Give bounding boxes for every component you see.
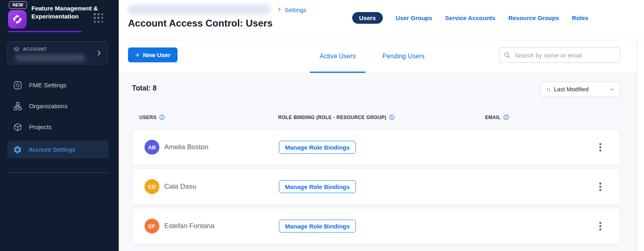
new-user-button[interactable]: + New User xyxy=(128,47,178,62)
account-selector[interactable]: ACCOUNT xyxy=(7,41,108,64)
sidebar-item-projects[interactable]: Projects xyxy=(7,118,109,136)
table-row: EF Estefan Fontana Manage Role Bindings xyxy=(132,208,620,244)
split-logo-icon[interactable] xyxy=(8,10,27,29)
kebab-menu-icon[interactable] xyxy=(596,141,605,154)
access-control-nav: Users User Groups Service Accounts Resou… xyxy=(352,12,588,24)
avatar: CD xyxy=(144,179,159,194)
plus-icon: + xyxy=(135,51,140,59)
sidebar-divider xyxy=(7,173,109,173)
avatar-initials: EF xyxy=(149,223,155,229)
sidebar-item-account-settings[interactable]: Account Settings xyxy=(7,141,109,158)
new-badge: NEW xyxy=(9,1,27,9)
total-count: Total: 8 xyxy=(132,84,157,93)
account-label: ACCOUNT xyxy=(23,47,47,51)
manage-role-bindings-button[interactable]: Manage Role Bindings xyxy=(279,141,356,154)
page-header: Settings Account Access Control: Users U… xyxy=(119,0,644,40)
column-header-email: EMAIL xyxy=(485,114,509,120)
avatar: AB xyxy=(144,140,159,155)
sidebar-item-organizations[interactable]: Organizations xyxy=(7,97,109,115)
table-row: CD Cala Dasu Manage Role Bindings xyxy=(132,169,620,205)
sort-dropdown[interactable]: ↑↓ Last Modified xyxy=(541,82,620,97)
info-icon[interactable] xyxy=(503,114,509,120)
tab-resource-groups[interactable]: Resource Groups xyxy=(508,14,559,21)
redacted-breadcrumb xyxy=(128,4,270,15)
search-icon xyxy=(504,51,511,59)
tab-service-accounts[interactable]: Service Accounts xyxy=(445,14,495,21)
sidebar-item-label: Projects xyxy=(29,123,52,131)
info-icon[interactable] xyxy=(159,114,165,120)
manage-role-bindings-button[interactable]: Manage Role Bindings xyxy=(279,180,356,193)
column-header-users: USERS xyxy=(139,114,165,120)
scroll-gutter[interactable] xyxy=(637,41,644,251)
redacted-account-name xyxy=(15,55,85,61)
kebab-menu-icon[interactable] xyxy=(596,220,605,233)
manage-role-bindings-button[interactable]: Manage Role Bindings xyxy=(279,220,356,232)
tab-active-users[interactable]: Active Users xyxy=(310,41,365,73)
gear-icon xyxy=(13,145,22,154)
sidebar-item-label: Account Settings xyxy=(29,146,75,153)
product-title: Feature Management & Experimentation xyxy=(31,4,99,20)
avatar: EF xyxy=(144,219,159,234)
toolbar: + New User Active Users Pending Users xyxy=(119,41,644,73)
organizations-icon xyxy=(13,101,23,111)
user-name: Cala Dasu xyxy=(164,183,196,191)
sort-selected-value: Last Modified xyxy=(554,86,605,93)
sidebar: NEW Feature Management & Experimentation… xyxy=(0,0,119,251)
sidebar-item-label: Organizations xyxy=(29,103,68,110)
table-row: AB Amelia Boston Manage Role Bindings xyxy=(132,129,620,165)
search-container xyxy=(499,47,620,63)
breadcrumb-chevron-icon xyxy=(277,7,282,12)
tab-users[interactable]: Users xyxy=(352,12,383,24)
breadcrumb-settings-link[interactable]: Settings xyxy=(285,6,306,13)
page-title: Account Access Control: Users xyxy=(128,18,272,29)
tab-pending-users[interactable]: Pending Users xyxy=(373,41,434,73)
brand-divider xyxy=(7,31,82,32)
column-header-role-binding: ROLE BINDING (ROLE - RESOURCE GROUP) xyxy=(278,114,395,120)
chevron-right-icon xyxy=(95,49,103,57)
sidebar-item-fme-settings[interactable]: FME Settings xyxy=(7,76,109,94)
user-name: Amelia Boston xyxy=(164,143,208,151)
users-list-panel: Total: 8 ↑↓ Last Modified USERS ROLE BIN… xyxy=(119,74,637,251)
avatar-initials: AB xyxy=(148,144,156,150)
chevron-down-icon xyxy=(609,86,615,92)
layers-icon xyxy=(13,46,20,53)
user-state-tabs: Active Users Pending Users xyxy=(310,41,434,73)
app-switcher-icon[interactable] xyxy=(94,13,103,23)
user-name: Estefan Fontana xyxy=(164,222,215,230)
user-rows: AB Amelia Boston Manage Role Bindings CD… xyxy=(132,129,620,247)
tab-user-groups[interactable]: User Groups xyxy=(396,14,432,21)
fme-settings-icon xyxy=(13,80,23,90)
avatar-initials: CD xyxy=(148,184,156,190)
info-icon[interactable] xyxy=(389,114,395,120)
projects-icon xyxy=(13,122,23,132)
tab-roles[interactable]: Roles xyxy=(572,14,588,21)
sort-arrows-icon: ↑↓ xyxy=(546,86,550,93)
kebab-menu-icon[interactable] xyxy=(596,180,605,193)
sidebar-item-label: FME Settings xyxy=(29,82,66,89)
search-input[interactable] xyxy=(499,47,620,63)
